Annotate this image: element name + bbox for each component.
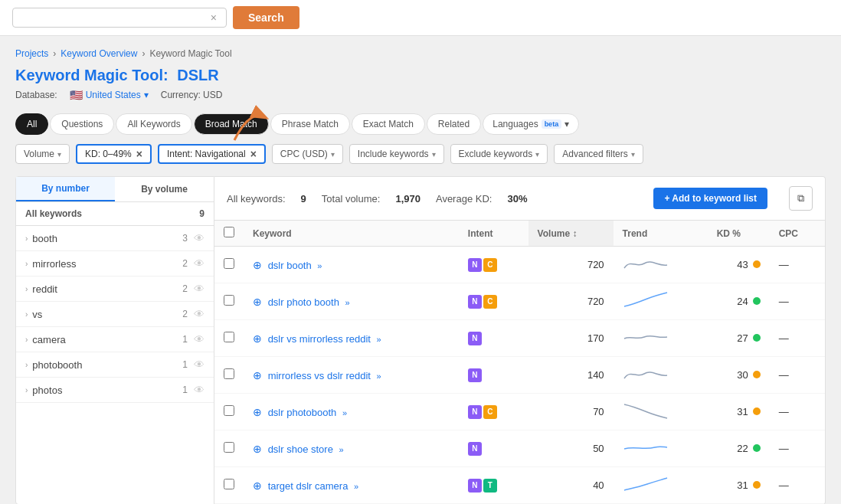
row-checkbox-1[interactable] [224, 295, 234, 306]
row-intent-cell: NC [459, 283, 528, 320]
kd-filter-tag[interactable]: KD: 0–49% × [76, 144, 152, 164]
tab-all-keywords[interactable]: All Keywords [116, 113, 191, 135]
keyword-arrows-1[interactable]: » [345, 298, 349, 307]
breadcrumb-projects[interactable]: Projects [15, 48, 48, 59]
row-checkbox-cell [214, 247, 244, 283]
select-all-checkbox[interactable] [224, 227, 234, 237]
tab-languages[interactable]: Languages beta ▾ [483, 113, 579, 135]
row-volume-cell: 720 [528, 247, 614, 283]
keyword-arrows-0[interactable]: » [317, 261, 322, 270]
row-volume-cell: 40 [528, 467, 614, 504]
sidebar-tab-by-number[interactable]: By number [16, 177, 115, 201]
breadcrumb-keyword-overview[interactable]: Keyword Overview [61, 48, 137, 59]
sidebar-label-booth: booth [32, 233, 182, 244]
intent-badge-N: N [468, 442, 482, 456]
tab-all[interactable]: All [15, 113, 48, 135]
intent-badge-N: N [468, 479, 482, 493]
keyword-arrows-6[interactable]: » [354, 482, 358, 491]
plus-icon-1[interactable]: ⊕ [253, 296, 262, 308]
kd-dot-0 [753, 260, 761, 268]
keyword-arrows-5[interactable]: » [339, 445, 344, 454]
col-volume[interactable]: Volume ↕ [528, 221, 614, 247]
plus-icon-5[interactable]: ⊕ [253, 443, 262, 455]
eye-icon-vs[interactable]: 👁 [194, 308, 205, 320]
sidebar-tab-by-volume[interactable]: By volume [115, 177, 214, 201]
kd-remove-icon[interactable]: × [136, 149, 142, 159]
table-area: All keywords: 9 Total volume: 1,970 Aver… [214, 176, 826, 504]
row-intent-cell: N [459, 320, 528, 357]
expand-icon-vs: › [25, 310, 28, 319]
intent-remove-icon[interactable]: × [250, 149, 257, 159]
col-cpc[interactable]: CPC [770, 221, 825, 247]
add-to-keyword-list-button[interactable]: + Add to keyword list [653, 188, 767, 209]
include-keywords-filter[interactable]: Include keywords ▾ [349, 144, 444, 164]
row-checkbox-2[interactable] [224, 332, 234, 342]
eye-icon-booth[interactable]: 👁 [194, 232, 205, 244]
keyword-link-3[interactable]: mirrorless vs dslr reddit [268, 370, 371, 381]
row-checkbox-4[interactable] [224, 405, 234, 416]
intent-filter-tag[interactable]: Intent: Navigational × [158, 144, 266, 164]
keyword-link-2[interactable]: dslr vs mirrorless reddit [268, 333, 371, 345]
col-trend[interactable]: Trend [614, 221, 708, 247]
copy-button[interactable]: ⧉ [789, 186, 813, 211]
plus-icon-0[interactable]: ⊕ [253, 259, 262, 271]
volume-filter[interactable]: Volume ▾ [15, 144, 70, 164]
row-checkbox-0[interactable] [224, 258, 234, 269]
advanced-filters[interactable]: Advanced filters ▾ [554, 144, 643, 164]
sidebar-label-mirrorless: mirrorless [32, 258, 182, 270]
col-keyword[interactable]: Keyword [244, 221, 459, 247]
col-kd[interactable]: KD % [708, 221, 770, 247]
eye-icon-reddit[interactable]: 👁 [194, 283, 205, 295]
table-row: ⊕ target dslr camera » NT 40 31 — [214, 467, 825, 504]
sidebar-item-photobooth[interactable]: › photobooth 1 👁 [16, 352, 214, 378]
col-intent[interactable]: Intent [459, 221, 528, 247]
keyword-link-6[interactable]: target dslr camera [268, 480, 349, 492]
summary-total-volume-label: Total volume: [322, 193, 381, 205]
row-checkbox-5[interactable] [224, 442, 234, 453]
keyword-arrows-2[interactable]: » [377, 335, 381, 344]
all-keywords-label: All keywords [25, 208, 82, 219]
plus-icon-4[interactable]: ⊕ [253, 406, 262, 418]
intent-group: N [468, 442, 519, 456]
exclude-keywords-filter[interactable]: Exclude keywords ▾ [450, 144, 548, 164]
kd-dot-2 [753, 334, 761, 342]
plus-icon-6[interactable]: ⊕ [253, 479, 262, 492]
sidebar-item-camera[interactable]: › camera 1 👁 [16, 327, 214, 352]
search-button[interactable]: Search [233, 6, 299, 29]
eye-icon-camera[interactable]: 👁 [194, 333, 205, 345]
eye-icon-mirrorless[interactable]: 👁 [194, 257, 205, 270]
tab-questions[interactable]: Questions [50, 113, 114, 135]
keyword-arrows-4[interactable]: » [342, 408, 347, 417]
keyword-link-4[interactable]: dslr photobooth [268, 407, 337, 418]
keyword-link-1[interactable]: dslr photo booth [268, 296, 339, 308]
tab-exact-match[interactable]: Exact Match [352, 113, 425, 135]
sidebar-count-reddit: 2 [182, 283, 188, 294]
db-value-link[interactable]: 🇺🇸 United States ▾ [70, 89, 149, 101]
keyword-link-5[interactable]: dslr shoe store [268, 443, 333, 455]
row-volume-cell: 170 [528, 320, 614, 357]
intent-badge-C: C [483, 405, 497, 419]
keyword-link-0[interactable]: dslr booth [268, 260, 312, 271]
sidebar-item-booth[interactable]: › booth 3 👁 [16, 226, 214, 251]
sidebar-count-mirrorless: 2 [182, 258, 188, 269]
sidebar-item-vs[interactable]: › vs 2 👁 [16, 302, 214, 327]
search-input[interactable]: DSLR [19, 11, 211, 24]
summary-all-keywords-label: All keywords: [227, 193, 286, 205]
sidebar-item-photos[interactable]: › photos 1 👁 [16, 378, 214, 403]
plus-icon-3[interactable]: ⊕ [253, 369, 262, 381]
eye-icon-photos[interactable]: 👁 [194, 384, 205, 396]
row-checkbox-6[interactable] [224, 479, 234, 489]
sidebar-label-camera: camera [32, 334, 182, 345]
eye-icon-photobooth[interactable]: 👁 [194, 358, 205, 371]
intent-badge-N: N [468, 258, 482, 272]
sidebar-item-mirrorless[interactable]: › mirrorless 2 👁 [16, 251, 214, 277]
sidebar-item-reddit[interactable]: › reddit 2 👁 [16, 277, 214, 302]
plus-icon-2[interactable]: ⊕ [253, 332, 262, 345]
tab-related[interactable]: Related [427, 113, 481, 135]
cpc-filter[interactable]: CPC (USD) ▾ [272, 144, 343, 164]
clear-icon[interactable]: × [211, 11, 217, 24]
tab-broad-match[interactable]: Broad Match [194, 113, 269, 135]
keyword-arrows-3[interactable]: » [377, 371, 381, 381]
tab-phrase-match[interactable]: Phrase Match [270, 113, 350, 135]
row-checkbox-3[interactable] [224, 368, 234, 379]
